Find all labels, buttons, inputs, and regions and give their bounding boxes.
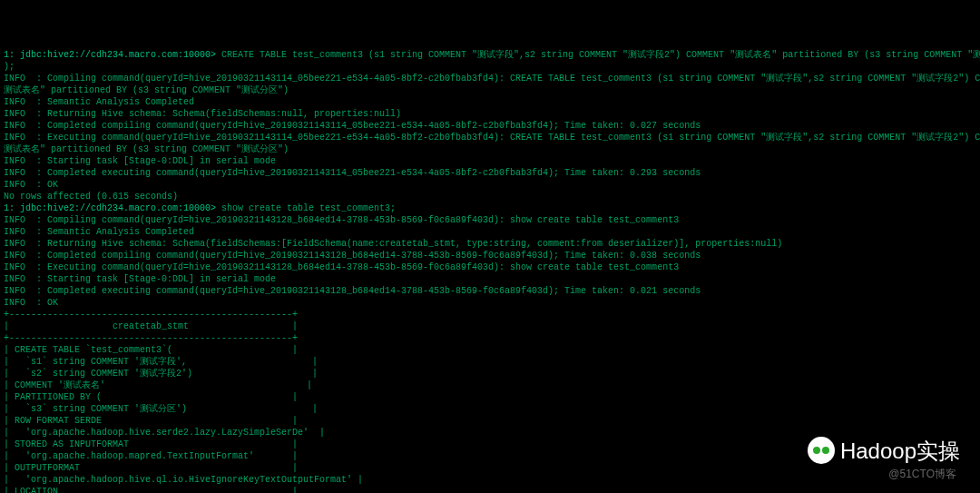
terminal-line: +---------------------------------------…: [4, 332, 976, 344]
terminal-line: INFO : OK: [4, 179, 976, 191]
terminal-line: | CREATE TABLE `test_comment3`( |: [4, 344, 976, 356]
terminal-line: | `s1` string COMMENT '测试字段', |: [4, 356, 976, 368]
terminal-line: INFO : Starting task [Stage-0:DDL] in se…: [4, 273, 976, 285]
terminal-line: | PARTITIONED BY ( |: [4, 391, 976, 403]
terminal-line: INFO : Completed compiling command(query…: [4, 250, 976, 261]
terminal-line: INFO : Executing command(queryId=hive_20…: [4, 132, 976, 143]
terminal-line: INFO : Semantic Analysis Completed: [4, 226, 976, 238]
terminal-line: | ROW FORMAT SERDE |: [4, 415, 976, 427]
terminal-line: +---------------------------------------…: [4, 309, 976, 320]
terminal-line: | LOCATION |: [4, 486, 976, 493]
terminal-line: | createtab_stmt |: [4, 320, 976, 332]
terminal-line: No rows affected (0.615 seconds): [4, 191, 976, 202]
terminal-line: INFO : Compiling command(queryId=hive_20…: [4, 73, 976, 84]
terminal-line: );: [4, 61, 976, 73]
terminal-line: | `s2` string COMMENT '测试字段2') |: [4, 368, 976, 380]
terminal-line: 1: jdbc:hive2://cdh234.macro.com:10000> …: [4, 202, 976, 214]
terminal-line: INFO : Returning Hive schema: Schema(fie…: [4, 238, 976, 250]
terminal-line: INFO : Completed executing command(query…: [4, 285, 976, 297]
watermark-text: Hadoop实操: [840, 445, 960, 457]
terminal-line: INFO : Executing command(queryId=hive_20…: [4, 261, 976, 273]
terminal-line: 测试表名" partitioned BY (s3 string COMMENT …: [4, 84, 976, 96]
terminal-line: INFO : OK: [4, 297, 976, 309]
terminal-line: INFO : Completed compiling command(query…: [4, 120, 976, 132]
terminal-output[interactable]: 1: jdbc:hive2://cdh234.macro.com:10000> …: [0, 47, 980, 493]
terminal-line: INFO : Completed executing command(query…: [4, 167, 976, 179]
terminal-line: 1: jdbc:hive2://cdh234.macro.com:10000> …: [4, 49, 976, 61]
terminal-line: | 'org.apache.hadoop.hive.ql.io.HiveIgno…: [4, 474, 976, 486]
terminal-line: INFO : Starting task [Stage-0:DDL] in se…: [4, 155, 976, 167]
terminal-line: INFO : Compiling command(queryId=hive_20…: [4, 214, 976, 226]
wechat-icon: [808, 437, 835, 464]
terminal-line: 测试表名" partitioned BY (s3 string COMMENT …: [4, 143, 976, 155]
terminal-line: | COMMENT '测试表名' |: [4, 380, 976, 391]
source-watermark: @51CTO博客: [888, 468, 956, 480]
terminal-line: INFO : Semantic Analysis Completed: [4, 96, 976, 108]
wechat-watermark: Hadoop实操: [808, 437, 960, 464]
terminal-line: INFO : Returning Hive schema: Schema(fie…: [4, 108, 976, 120]
terminal-line: | `s3` string COMMENT '测试分区') |: [4, 403, 976, 415]
